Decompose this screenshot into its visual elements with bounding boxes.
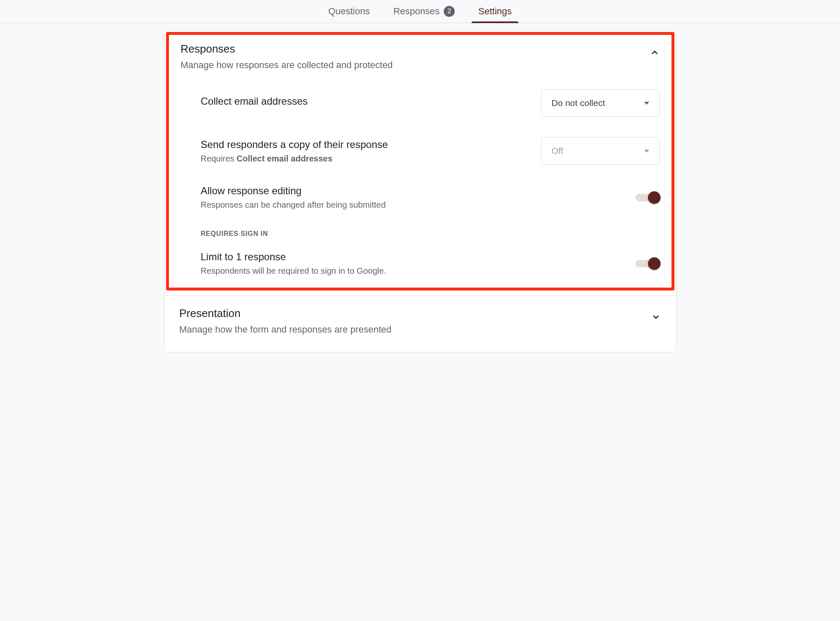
collect-email-dropdown[interactable]: Do not collect [541,89,660,117]
settings-container: Responses Manage how responses are colle… [164,30,677,352]
presentation-section-header[interactable]: Presentation Manage how the form and res… [179,307,661,335]
setting-allow-editing: Allow response editing Responses can be … [201,185,660,210]
presentation-section: Presentation Manage how the form and res… [164,296,676,352]
setting-label: Collect email addresses [201,95,541,107]
send-copy-dropdown: Off [541,137,660,165]
setting-send-copy: Send responders a copy of their response… [201,137,660,165]
tab-label: Responses [393,6,440,17]
dropdown-arrow-icon [644,102,649,105]
setting-desc: Requires Collect email addresses [201,154,541,164]
section-subtitle: Manage how the form and responses are pr… [179,324,392,335]
limit-response-toggle[interactable] [635,260,660,267]
tab-label: Settings [478,6,512,17]
setting-label: Limit to 1 response [201,251,635,263]
toggle-thumb [648,257,661,270]
setting-limit-response: Limit to 1 response Respondents will be … [201,251,660,276]
dropdown-arrow-icon [644,150,649,153]
dropdown-value: Do not collect [552,98,605,108]
tab-questions[interactable]: Questions [327,0,371,23]
setting-desc: Responses can be changed after being sub… [201,200,635,210]
allow-editing-toggle[interactable] [635,194,660,201]
responses-section-header[interactable]: Responses Manage how responses are colle… [181,42,660,71]
setting-collect-email: Collect email addresses Do not collect [201,89,660,117]
chevron-up-icon [650,48,660,58]
tab-settings[interactable]: Settings [477,0,513,23]
section-subtitle: Manage how responses are collected and p… [181,60,393,71]
section-title: Presentation [179,307,392,320]
responses-count-badge: 2 [444,6,455,17]
dropdown-value: Off [552,146,564,156]
tabs-bar: Questions Responses 2 Settings [0,0,840,23]
setting-label: Allow response editing [201,185,635,197]
setting-label: Send responders a copy of their response [201,139,541,151]
setting-desc: Respondents will be required to sign in … [201,266,635,276]
responses-section-highlight: Responses Manage how responses are colle… [166,32,674,291]
chevron-down-icon [651,312,661,322]
tab-label: Questions [328,6,370,17]
toggle-thumb [648,191,661,204]
requires-sign-in-label: REQUIRES SIGN IN [201,230,660,238]
responses-settings-list: Collect email addresses Do not collect S… [181,89,660,276]
section-title: Responses [181,42,393,55]
tab-responses[interactable]: Responses 2 [392,0,456,23]
